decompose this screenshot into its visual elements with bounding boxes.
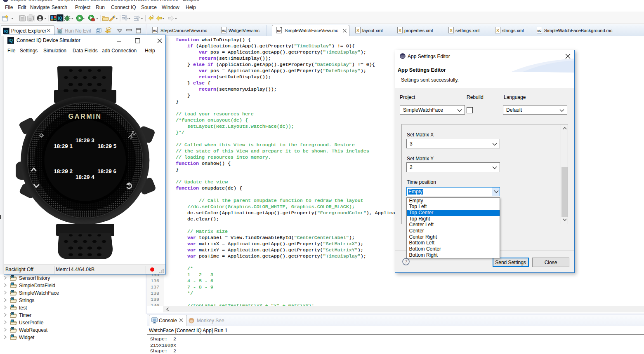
svg-text:IQ: IQ [9, 38, 13, 43]
svg-text:MC: MC [153, 29, 157, 32]
svg-text:18:29 4: 18:29 4 [75, 174, 94, 180]
svg-text:IQ: IQ [11, 305, 14, 307]
svg-text:18:29 2: 18:29 2 [54, 168, 73, 174]
svg-text:IQ: IQ [58, 30, 61, 33]
svg-text:MC: MC [277, 30, 281, 33]
svg-text:X: X [399, 28, 401, 33]
svg-text:GARMIN: GARMIN [68, 113, 101, 120]
svg-text:IQ: IQ [11, 283, 14, 285]
svg-text:18:29 3: 18:29 3 [75, 137, 94, 143]
svg-text:X: X [496, 28, 499, 33]
svg-text:IQ: IQ [11, 327, 14, 330]
svg-text:IQ: IQ [11, 312, 14, 315]
svg-text:18:29 1: 18:29 1 [54, 143, 73, 149]
svg-text:MC: MC [222, 29, 226, 32]
svg-text:X: X [450, 28, 452, 33]
svg-text:IQ: IQ [58, 16, 62, 21]
svg-text:18:29 5: 18:29 5 [98, 143, 117, 149]
svg-text:IQ: IQ [11, 335, 14, 337]
svg-text:MC: MC [537, 29, 541, 32]
svg-text:18:29 6: 18:29 6 [97, 168, 116, 174]
svg-text:IQ: IQ [11, 320, 14, 322]
svg-text:IQ: IQ [11, 290, 14, 293]
svg-text:IQ: IQ [11, 275, 14, 278]
svg-text:IQ: IQ [11, 298, 14, 300]
svg-text:IQ: IQ [4, 29, 8, 33]
svg-text:?: ? [405, 259, 407, 264]
svg-text:X: X [356, 28, 359, 33]
